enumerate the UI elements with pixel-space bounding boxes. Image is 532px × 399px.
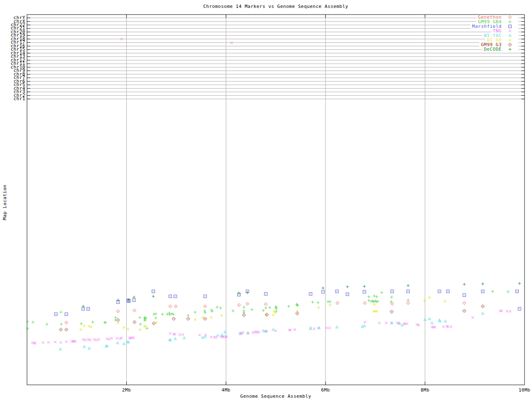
- x-tick-label-8Mb: 8Mb: [413, 387, 438, 393]
- x-tick-label-10Mb: 10Mb: [512, 387, 532, 393]
- series-marshfield: [54, 290, 521, 316]
- legend-marker-triangle-dot-icon: [502, 33, 518, 38]
- legend-marker-cross-icon: [502, 29, 518, 33]
- legend-marker-diamond-open-dot-icon: [502, 42, 518, 47]
- series-genethon: [65, 301, 466, 324]
- x-tick-label-2Mb: 2Mb: [114, 387, 139, 393]
- series-gm99_g3: [59, 305, 484, 331]
- legend-marker-square-open-dot-icon: [502, 24, 518, 29]
- legend-marker-plus-icon: [502, 47, 518, 52]
- series-wi_yac: [59, 312, 484, 350]
- legend-marker-diamond-open-dot-icon: [502, 15, 518, 20]
- series-decode: [82, 282, 521, 308]
- series-gm99_gb4: [26, 290, 510, 330]
- legend-label: DeCODE: [484, 47, 502, 52]
- plot-canvas: [0, 0, 532, 399]
- legend-item-decode: DeCODE: [482, 47, 518, 52]
- legend-marker-asterisk-icon: [502, 38, 518, 42]
- legend: GenethonGM99 GB4MarshfieldTNGWI YACWI RH…: [470, 15, 518, 52]
- x-tick-label-6Mb: 6Mb: [313, 387, 338, 393]
- chart-root: Chromosome 14 Markers vs Genome Sequence…: [0, 0, 532, 399]
- legend-marker-plus-icon: [502, 20, 518, 24]
- y-tick-label-chr1: chr1: [0, 97, 25, 101]
- x-tick-label-4Mb: 4Mb: [214, 387, 239, 393]
- series-tng: [31, 38, 511, 345]
